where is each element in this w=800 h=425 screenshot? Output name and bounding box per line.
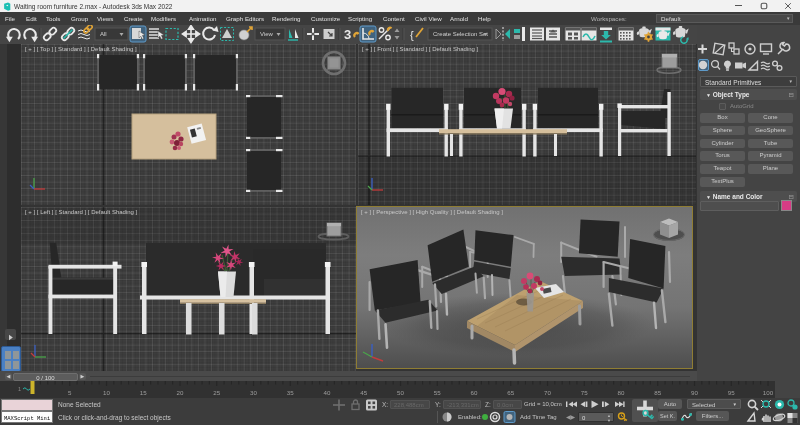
svg-text:20: 20 [177,389,184,396]
svg-text:70: 70 [544,389,551,396]
svg-text:Create Selection Set: Create Selection Set [433,31,488,37]
svg-text:50: 50 [397,389,404,396]
svg-text:3: 3 [344,27,351,42]
svg-text:5: 5 [68,389,72,396]
svg-text:40: 40 [324,389,331,396]
svg-text:All: All [100,31,107,37]
svg-text:10: 10 [103,389,110,396]
svg-text:85: 85 [654,389,661,396]
svg-text:100: 100 [763,389,774,396]
svg-text:60: 60 [471,389,478,396]
svg-text:25: 25 [213,389,220,396]
svg-text:30: 30 [250,389,257,396]
svg-text:80: 80 [618,389,625,396]
svg-text:35: 35 [287,389,294,396]
svg-text:45: 45 [360,389,367,396]
svg-text:75: 75 [581,389,588,396]
svg-text:1: 1 [18,386,21,392]
svg-text:15: 15 [140,389,147,396]
svg-text:90: 90 [691,389,698,396]
svg-text:View: View [260,31,274,37]
svg-text:65: 65 [507,389,514,396]
svg-text:{: { [410,29,414,41]
svg-text:95: 95 [728,389,735,396]
svg-text:55: 55 [434,389,441,396]
